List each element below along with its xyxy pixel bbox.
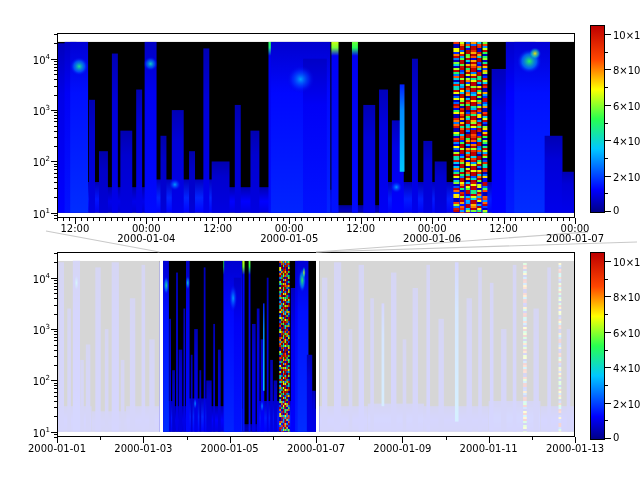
- x-minor-tick-zoom: [313, 218, 314, 221]
- context-spectrogram[interactable]: [57, 252, 575, 437]
- x-minor-tick-zoom: [533, 218, 534, 221]
- x-tick-date-label: 2000-01-04: [110, 233, 182, 244]
- x-minor-tick-zoom: [277, 218, 278, 221]
- x-tick-date-label: 2000-01-01: [21, 443, 93, 454]
- x-minor-tick-zoom: [325, 218, 326, 221]
- x-minor-tick-zoom: [259, 218, 260, 221]
- y-minor-tick: [54, 331, 57, 332]
- x-minor-tick-zoom: [134, 218, 135, 221]
- x-tick-date-label: 2000-01-09: [366, 443, 438, 454]
- y-minor-tick: [54, 146, 57, 147]
- x-minor-tick-zoom: [122, 218, 123, 221]
- x-minor-tick-zoom: [105, 218, 106, 221]
- y-major-tick: [51, 213, 57, 214]
- x-minor-tick-zoom: [140, 218, 141, 221]
- x-minor-tick-zoom: [545, 218, 546, 221]
- x-minor-tick-zoom: [265, 218, 266, 221]
- y-minor-tick: [54, 112, 57, 113]
- y-minor-tick: [54, 43, 57, 44]
- x-minor-tick-zoom: [474, 218, 475, 221]
- context-colorbar[interactable]: [590, 252, 605, 440]
- x-minor-tick-zoom: [87, 218, 88, 221]
- colorbar-tick-label: 8×107: [613, 290, 640, 303]
- x-minor-tick-zoom: [319, 218, 320, 221]
- colorbar-minor-tick: [605, 314, 608, 315]
- colorbar-major-tick: [605, 403, 611, 404]
- x-tick-date-label: 2000-01-03: [107, 443, 179, 454]
- colorbar-minor-tick: [605, 87, 608, 88]
- x-tick-date-label: 2000-01-13: [539, 443, 611, 454]
- x-minor-tick-zoom: [111, 218, 112, 221]
- x-tick-date-label: 2000-01-07: [280, 443, 352, 454]
- colorbar-tick-label: 0: [613, 432, 619, 443]
- x-minor-tick-zoom: [349, 218, 350, 221]
- x-tick-time-label: 12:00: [474, 223, 534, 234]
- y-tick-label: 101: [18, 426, 50, 439]
- x-minor-tick-context: [446, 437, 447, 440]
- x-minor-tick-zoom: [355, 218, 356, 221]
- x-minor-tick-zoom: [176, 218, 177, 221]
- x-minor-tick-zoom: [170, 218, 171, 221]
- y-minor-tick: [54, 64, 57, 65]
- y-minor-tick: [54, 95, 57, 96]
- x-minor-tick-zoom: [462, 218, 463, 221]
- colorbar-minor-tick: [605, 420, 608, 421]
- x-minor-tick-context: [532, 437, 533, 440]
- colorbar-tick-label: 4×107: [613, 361, 640, 374]
- y-minor-tick: [54, 34, 57, 35]
- x-minor-tick-zoom: [200, 218, 201, 221]
- x-minor-tick-zoom: [283, 218, 284, 221]
- colorbar-minor-tick: [605, 385, 608, 386]
- y-minor-tick: [54, 383, 57, 384]
- x-minor-tick-zoom: [242, 218, 243, 221]
- y-minor-tick: [54, 169, 57, 170]
- y-minor-tick: [54, 86, 57, 87]
- colorbar-tick-label: 6×107: [613, 99, 640, 112]
- colorbar-major-tick: [605, 211, 611, 212]
- x-minor-tick-zoom: [224, 218, 225, 221]
- y-minor-tick: [54, 74, 57, 75]
- zoom-spectrogram[interactable]: [57, 33, 575, 218]
- x-minor-tick-zoom: [414, 218, 415, 221]
- y-minor-tick: [54, 70, 57, 71]
- x-minor-tick-zoom: [521, 218, 522, 221]
- y-minor-tick: [54, 164, 57, 165]
- y-minor-tick: [54, 118, 57, 119]
- selection-region[interactable]: [160, 252, 316, 437]
- y-minor-tick: [54, 356, 57, 357]
- x-minor-tick-zoom: [563, 218, 564, 221]
- y-minor-tick: [54, 262, 57, 263]
- colorbar-major-tick: [605, 332, 611, 333]
- x-minor-tick-zoom: [557, 218, 558, 221]
- y-major-tick: [51, 110, 57, 111]
- colorbar-major-tick: [605, 296, 611, 297]
- x-minor-tick-zoom: [99, 218, 100, 221]
- colorbar-major-tick: [605, 140, 611, 141]
- x-minor-tick-zoom: [539, 218, 540, 221]
- colorbar-tick-label: 10×107: [613, 255, 640, 268]
- x-tick-time-label: 12:00: [188, 223, 248, 234]
- x-minor-tick-zoom: [510, 218, 511, 221]
- x-minor-tick-context: [100, 437, 101, 440]
- y-minor-tick: [54, 385, 57, 386]
- colorbar-major-tick: [605, 367, 611, 368]
- x-minor-tick-context: [187, 437, 188, 440]
- y-minor-tick: [54, 137, 57, 138]
- y-minor-tick: [54, 280, 57, 281]
- colorbar-major-tick: [605, 34, 611, 35]
- colorbar-minor-tick: [605, 350, 608, 351]
- x-minor-tick-zoom: [57, 218, 58, 221]
- y-minor-tick: [54, 121, 57, 122]
- y-tick-label: 104: [18, 272, 50, 285]
- zoom-colorbar[interactable]: [590, 25, 605, 213]
- y-major-tick: [51, 161, 57, 162]
- colorbar-tick-label: 2×107: [613, 170, 640, 183]
- y-minor-tick: [54, 350, 57, 351]
- x-tick-date-label: 2000-01-11: [453, 443, 525, 454]
- y-major-tick: [51, 432, 57, 433]
- y-minor-tick: [54, 253, 57, 254]
- y-minor-tick: [54, 416, 57, 417]
- x-minor-tick-zoom: [480, 218, 481, 221]
- x-minor-tick-context: [273, 437, 274, 440]
- y-minor-tick: [54, 396, 57, 397]
